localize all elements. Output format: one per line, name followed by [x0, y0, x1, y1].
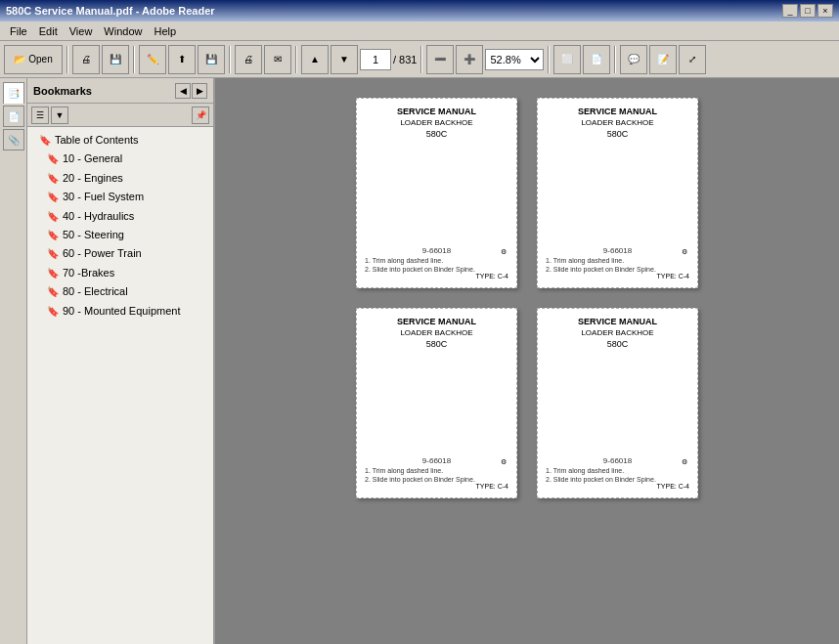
bookmark-toc[interactable]: 🔖 Table of Contents	[27, 131, 213, 150]
bookmark-90[interactable]: 🔖 90 - Mounted Equipment	[27, 302, 213, 321]
left-panel-inner: 📑 📄 📎 Bookmarks ◀ ▶ ☰ ▼	[0, 78, 213, 644]
fit-page-button[interactable]: 📄	[583, 45, 610, 74]
bookmark-60[interactable]: 🔖 60 - Power Train	[27, 244, 213, 263]
bookmarks-toolbar: ☰ ▼ 📌	[27, 104, 213, 127]
bookmark-label-40: 40 - Hydraulics	[63, 209, 134, 224]
minimize-button[interactable]: _	[782, 4, 798, 18]
toolbar-separator-7	[614, 46, 616, 73]
prev-page-button[interactable]: ▲	[301, 45, 329, 74]
bookmark-icon-90: 🔖	[47, 305, 59, 319]
open-button[interactable]: 📂 Open	[4, 45, 63, 74]
zoom-select[interactable]: 52.8% 75% 100% 125% 150%	[485, 49, 544, 70]
pdf-page-3-type: TYPE: C-4	[365, 483, 508, 490]
menu-window[interactable]: Window	[98, 23, 148, 39]
pdf-page-4-model: 580C	[607, 339, 629, 349]
pdf-page-4-footer2: 2. Slide into pocket on Binder Spine.	[546, 476, 689, 483]
menu-edit[interactable]: Edit	[33, 23, 64, 39]
bookmark-label-30: 30 - Fuel System	[63, 190, 144, 204]
pdf-page-1-footer1: 1. Trim along dashed line.	[365, 257, 508, 264]
title-bar: 580C Service Manual.pdf - Adobe Reader _…	[0, 0, 839, 21]
pdf-page-2-footer1: 1. Trim along dashed line.	[546, 257, 689, 264]
bookmark-70[interactable]: 🔖 70 -Brakes	[27, 264, 213, 282]
bookmark-20[interactable]: 🔖 20 - Engines	[27, 169, 213, 188]
save-button[interactable]: 💾	[102, 45, 129, 74]
page-input[interactable]	[360, 49, 391, 70]
page-info: / 831	[360, 49, 417, 70]
pdf-page-1-subtitle: LOADER BACKHOE	[400, 118, 472, 127]
pdf-page-3-title: SERVICE MANUAL	[397, 317, 476, 326]
bookmarks-side-icon[interactable]: 📑	[3, 82, 24, 104]
menu-view[interactable]: View	[64, 23, 99, 39]
page-total: / 831	[393, 54, 417, 65]
bookmark-icon-70: 🔖	[47, 267, 59, 280]
bookmark-label-toc: Table of Contents	[55, 133, 139, 148]
pdf-page-4-footer1: 1. Trim along dashed line.	[546, 467, 689, 474]
bookmark-icon-40: 🔖	[47, 210, 59, 224]
comment-button[interactable]: 💬	[620, 45, 647, 74]
email-button[interactable]: ✉	[264, 45, 291, 74]
pdf-page-2: SERVICE MANUAL LOADER BACKHOE 580C 9-660…	[537, 98, 698, 288]
bookmark-80[interactable]: 🔖 80 - Electrical	[27, 282, 213, 301]
upload-button[interactable]: ⬆	[168, 45, 196, 74]
expand-button[interactable]: ⤢	[679, 45, 706, 74]
fit-width-button[interactable]: ⬜	[553, 45, 581, 74]
pdf-page-1-content	[365, 139, 508, 242]
pdf-page-4: SERVICE MANUAL LOADER BACKHOE 580C 9-660…	[537, 308, 698, 498]
pdf-area[interactable]: SERVICE MANUAL LOADER BACKHOE 580C 9-660…	[215, 78, 839, 644]
pdf-page-1-model: 580C	[426, 129, 448, 139]
menu-help[interactable]: Help	[148, 23, 182, 39]
pdf-page-3-footer1: 1. Trim along dashed line.	[365, 467, 508, 474]
pdf-page-4-subtitle: LOADER BACKHOE	[581, 328, 653, 337]
bookmark-label-90: 90 - Mounted Equipment	[63, 304, 180, 319]
pdf-page-2-title: SERVICE MANUAL	[578, 107, 657, 116]
bookmark-label-80: 80 - Electrical	[63, 284, 128, 299]
bookmarks-header-left: Bookmarks	[33, 85, 92, 97]
pdf-page-4-content	[546, 349, 689, 452]
bookmark-label-70: 70 -Brakes	[63, 266, 114, 280]
pdf-page-3-number: 9-66018	[422, 456, 451, 465]
pdf-page-3-content	[365, 349, 508, 452]
menu-bar: File Edit View Window Help	[0, 21, 839, 41]
bookmark-icon-20: 🔖	[47, 172, 59, 186]
attachments-side-icon[interactable]: 📎	[3, 129, 24, 150]
bookmarks-options-button[interactable]: 📌	[192, 107, 209, 124]
pdf-page-1-footer2: 2. Slide into pocket on Binder Spine.	[365, 266, 508, 273]
bookmarks-prev-button[interactable]: ◀	[175, 83, 191, 99]
pdf-page-4-number: 9-66018	[603, 456, 632, 465]
print-button[interactable]: 🖨	[72, 45, 100, 74]
bookmark-40[interactable]: 🔖 40 - Hydraulics	[27, 207, 213, 226]
pdf-page-1-type: TYPE: C-4	[365, 273, 508, 279]
bookmarks-title: Bookmarks	[33, 85, 92, 97]
pdf-page-2-type: TYPE: C-4	[546, 273, 689, 279]
bookmark-10[interactable]: 🔖 10 - General	[27, 150, 213, 168]
pages-side-icon[interactable]: 📄	[3, 106, 24, 127]
bookmarks-list-view-button[interactable]: ☰	[31, 107, 49, 124]
close-button[interactable]: ×	[817, 4, 833, 18]
bookmark-50[interactable]: 🔖 50 - Steering	[27, 226, 213, 244]
bookmark-icon-10: 🔖	[47, 152, 59, 166]
pdf-page-1: SERVICE MANUAL LOADER BACKHOE 580C 9-660…	[356, 98, 517, 288]
toolbar-separator-3	[229, 46, 231, 73]
bookmark-icon-60: 🔖	[47, 247, 59, 261]
markup-button[interactable]: 📝	[649, 45, 677, 74]
edit-button[interactable]: ✏️	[139, 45, 166, 74]
zoom-out-button[interactable]: ➖	[426, 45, 454, 74]
toolbar-separator-5	[420, 46, 422, 73]
next-page-button[interactable]: ▼	[331, 45, 358, 74]
menu-file[interactable]: File	[4, 23, 33, 39]
bookmark-icon-80: 🔖	[47, 285, 59, 299]
pdf-page-2-subtitle: LOADER BACKHOE	[581, 118, 653, 127]
maximize-button[interactable]: □	[800, 4, 816, 18]
bookmark-icon-toc: 🔖	[39, 134, 51, 148]
floppy-button[interactable]: 💾	[198, 45, 225, 74]
bookmarks-next-button[interactable]: ▶	[192, 83, 207, 99]
print2-button[interactable]: 🖨	[235, 45, 262, 74]
zoom-in-button[interactable]: ➕	[456, 45, 483, 74]
bookmark-30[interactable]: 🔖 30 - Fuel System	[27, 188, 213, 206]
bookmarks-dropdown-button[interactable]: ▼	[51, 107, 68, 124]
pdf-page-4-title: SERVICE MANUAL	[578, 317, 657, 326]
bookmark-icon-50: 🔖	[47, 229, 59, 242]
side-icons: 📑 📄 📎	[0, 78, 27, 644]
pdf-page-3: SERVICE MANUAL LOADER BACKHOE 580C 9-660…	[356, 308, 517, 498]
toolbar-separator-4	[295, 46, 297, 73]
